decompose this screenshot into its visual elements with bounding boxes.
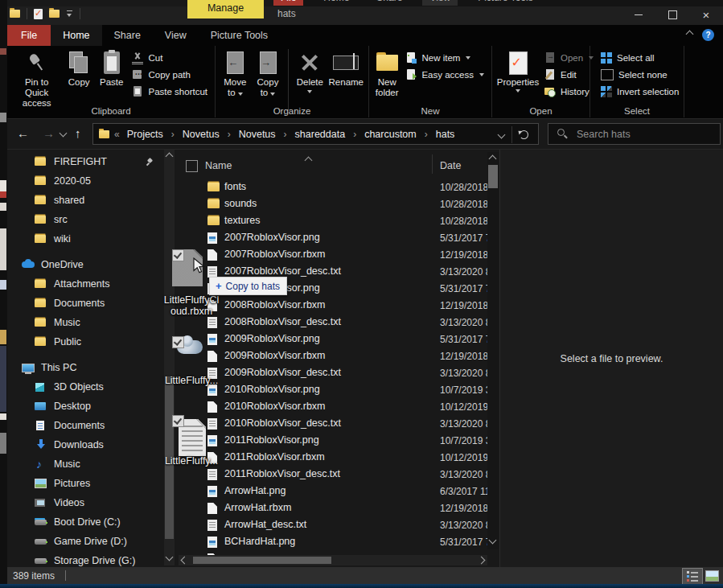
file-row[interactable]: 2009RobloxVisor.rbxm 12/19/2018 — [179, 347, 487, 364]
search-box[interactable] — [548, 123, 721, 145]
breadcrumb-item[interactable]: shareddata › — [294, 129, 364, 140]
move-to-button[interactable]: Move to — [219, 48, 252, 98]
scroll-up-icon[interactable] — [489, 155, 497, 163]
file-row[interactable]: fonts 10/28/2018 — [179, 179, 487, 195]
details-view-button[interactable] — [682, 568, 703, 585]
forward-button[interactable]: → — [43, 126, 55, 140]
breadcrumb-overflow[interactable]: « — [114, 129, 120, 140]
sidebar-item[interactable]: Boot Drive (C:) — [7, 512, 164, 532]
qat-properties-icon[interactable] — [34, 9, 43, 19]
tab-picture-tools[interactable]: Picture Tools — [199, 25, 280, 46]
file-row[interactable]: 2011RobloxVisor.rbxm 10/12/2019 — [179, 449, 487, 466]
file-row[interactable]: 2010RobloxVisor.png 10/7/2019 3 — [179, 381, 487, 398]
sidebar-item[interactable]: This PC — [7, 358, 164, 377]
select-all-checkbox[interactable] — [186, 160, 198, 172]
back-button[interactable]: ← — [17, 126, 29, 140]
rename-button[interactable]: Rename — [327, 48, 365, 88]
easy-access-button[interactable]: Easy access — [401, 66, 488, 83]
sidebar-item[interactable]: Music — [7, 313, 164, 332]
sidebar-item[interactable]: Documents — [7, 294, 164, 313]
scroll-up-icon[interactable] — [166, 153, 174, 161]
copy-path-button[interactable]: Copy path — [128, 66, 212, 83]
sidebar-item[interactable]: 2020-05 — [7, 171, 164, 191]
file-row[interactable]: 2009RobloxVisor_desc.txt 3/13/2020 8 — [179, 364, 487, 381]
sidebar-scrollbar[interactable] — [164, 150, 175, 565]
file-row[interactable]: ArrowHat.rbxm 12/19/2018 — [179, 500, 487, 516]
tab-file[interactable]: File — [7, 25, 51, 46]
name-column-header[interactable]: Name — [205, 160, 232, 171]
up-button[interactable]: ↑ — [75, 126, 81, 140]
column-divider[interactable] — [432, 154, 433, 174]
paste-button[interactable]: Paste — [95, 48, 128, 88]
sidebar-item[interactable]: src — [7, 210, 164, 229]
tab-share[interactable]: Share — [102, 25, 153, 46]
sidebar-item[interactable]: shared — [7, 191, 164, 210]
refresh-icon[interactable] — [520, 130, 528, 139]
sidebar-item[interactable]: Documents — [7, 416, 164, 435]
file-row[interactable]: 2008RobloxVisor_desc.txt 3/13/2020 8 — [179, 314, 487, 331]
breadcrumb-item[interactable]: Novetus › — [237, 129, 294, 140]
select-none-button[interactable]: Select none — [597, 66, 683, 83]
breadcrumb-item[interactable]: hats › — [434, 129, 457, 140]
edit-button[interactable]: Edit — [540, 66, 598, 83]
tab-manage[interactable]: Manage — [187, 0, 264, 19]
scrollbar-thumb[interactable] — [193, 557, 331, 564]
sidebar-item[interactable]: Pictures — [7, 474, 164, 493]
copy-button[interactable]: Copy — [63, 48, 95, 88]
pin-to-quick-access-button[interactable]: Pin to Quick access — [10, 48, 63, 109]
qat-folder-icon[interactable] — [49, 10, 60, 18]
open-button[interactable]: Open — [540, 49, 598, 66]
sidebar-item[interactable]: wiki — [7, 229, 164, 249]
file-row[interactable]: 2009RobloxVisor.png 5/31/2017 7 — [179, 331, 487, 347]
thumbnail-view-button[interactable] — [702, 568, 721, 583]
recent-locations-icon[interactable] — [60, 130, 68, 138]
select-all-button[interactable]: Select all — [597, 49, 683, 66]
properties-button[interactable]: Properties — [495, 48, 540, 93]
scroll-right-icon[interactable] — [478, 557, 486, 565]
tab-view[interactable]: View — [153, 25, 199, 46]
address-dropdown-icon[interactable] — [498, 131, 506, 139]
file-row[interactable]: 2011RobloxVisor.png 10/7/2019 3 — [179, 432, 487, 449]
delete-button[interactable]: Delete — [293, 48, 327, 93]
date-column-header[interactable]: Date — [440, 160, 461, 171]
sidebar-item[interactable]: 3D Objects — [7, 377, 164, 397]
sidebar-item[interactable]: Videos — [7, 493, 164, 512]
file-row[interactable]: ArrowHat.png 6/3/2017 11 — [179, 483, 487, 500]
minimize-button[interactable] — [622, 5, 655, 24]
new-folder-button[interactable]: New folder — [372, 48, 401, 98]
scrollbar-thumb[interactable] — [165, 376, 174, 539]
search-input[interactable] — [575, 128, 707, 141]
invert-selection-button[interactable]: Invert selection — [597, 83, 683, 100]
qat-folder-icon[interactable] — [10, 10, 20, 18]
collapse-ribbon-icon[interactable] — [686, 31, 694, 39]
copy-to-button[interactable]: Copy to — [252, 48, 285, 98]
sidebar-item[interactable]: Desktop — [7, 397, 164, 416]
breadcrumb[interactable]: « Projects › Novetus › Novetus › sharedd… — [92, 123, 539, 145]
qat-customize-icon[interactable] — [66, 10, 73, 18]
scroll-left-icon[interactable] — [181, 557, 189, 565]
file-row[interactable]: 2007RobloxVisor_desc.txt 3/13/2020 8 — [179, 263, 487, 280]
file-row[interactable]: 2008RobloxVisor.rbxm 12/19/2018 — [179, 297, 487, 314]
breadcrumb-item[interactable]: Novetus › — [181, 129, 237, 140]
file-row[interactable]: sounds 10/28/2018 — [179, 195, 487, 212]
maximize-button[interactable] — [655, 5, 689, 24]
file-row[interactable]: 2007RobloxVisor.png 5/31/2017 7 — [179, 229, 487, 246]
scrollbar-thumb[interactable] — [488, 165, 498, 188]
file-row[interactable]: 2010RobloxVisor.rbxm 10/12/2019 — [179, 398, 487, 415]
sidebar-item[interactable]: Public — [7, 332, 164, 352]
horizontal-scrollbar[interactable] — [179, 555, 487, 565]
file-row[interactable]: 2011RobloxVisor_desc.txt 3/13/2020 8 — [179, 466, 487, 483]
file-row[interactable]: ArrowHat_desc.txt 3/13/2020 8 — [179, 516, 487, 533]
sidebar-item[interactable]: Downloads — [7, 435, 164, 454]
breadcrumb-item[interactable]: charcustom › — [363, 129, 434, 140]
history-button[interactable]: History — [540, 83, 598, 100]
scroll-down-icon[interactable] — [166, 553, 174, 561]
file-row[interactable]: BCHardHat.png 5/31/2017 7 — [179, 533, 487, 550]
help-icon[interactable]: ? — [702, 29, 714, 41]
file-row[interactable]: 2008RobloxVisor.png 5/31/2017 7 — [179, 280, 487, 297]
sidebar-item[interactable]: Storage Drive (G:) — [7, 551, 164, 567]
file-row[interactable]: 2010RobloxVisor_desc.txt 3/13/2020 8 — [179, 415, 487, 432]
scroll-down-icon[interactable] — [489, 537, 497, 545]
breadcrumb-item[interactable]: Projects › — [125, 129, 181, 140]
sidebar-item[interactable]: Music — [7, 454, 164, 474]
